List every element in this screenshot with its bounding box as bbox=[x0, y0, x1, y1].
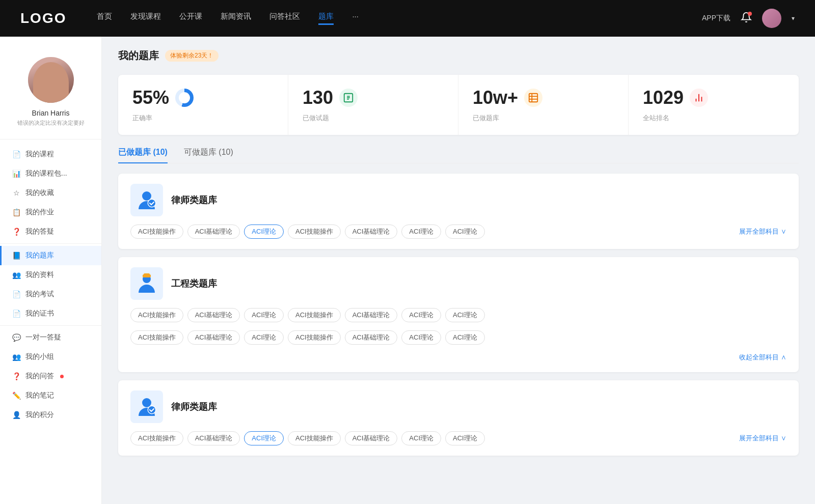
nav-link-bank[interactable]: 题库 bbox=[318, 12, 334, 25]
tag-1-4[interactable]: ACI技能操作 bbox=[288, 225, 341, 239]
stat-accuracy-label: 正确率 bbox=[132, 114, 274, 123]
svg-rect-16 bbox=[144, 273, 150, 275]
homework-icon: 📋 bbox=[12, 208, 20, 216]
tag-2-12[interactable]: ACI基础理论 bbox=[345, 330, 398, 345]
sidebar-label-my-bank: 我的题库 bbox=[25, 251, 54, 260]
bar-chart-icon bbox=[693, 92, 704, 103]
sidebar-item-my-qa[interactable]: ❓ 我的问答 bbox=[0, 367, 101, 386]
tag-2-11[interactable]: ACI技能操作 bbox=[288, 330, 341, 345]
tag-2-10[interactable]: ACI理论 bbox=[244, 330, 284, 345]
tag-3-5[interactable]: ACI基础理论 bbox=[345, 431, 398, 445]
tag-2-14[interactable]: ACI理论 bbox=[445, 330, 485, 345]
expand-link-1[interactable]: 展开全部科目 ∨ bbox=[739, 227, 786, 236]
sidebar-label-my-questions: 我的答疑 bbox=[25, 227, 54, 236]
tag-3-3-highlighted[interactable]: ACI理论 bbox=[244, 431, 284, 445]
tag-3-2[interactable]: ACI基础理论 bbox=[187, 431, 240, 445]
stat-questions-top: 130 bbox=[303, 87, 444, 108]
tag-1-5[interactable]: ACI基础理论 bbox=[345, 225, 398, 239]
tag-2-4[interactable]: ACI技能操作 bbox=[288, 308, 341, 322]
nav-link-qa[interactable]: 问答社区 bbox=[269, 12, 300, 25]
bank-card-engineer: 工程类题库 ACI技能操作 ACI基础理论 ACI理论 ACI技能操作 ACI基… bbox=[118, 257, 799, 372]
sidebar-item-homework[interactable]: 📋 我的作业 bbox=[0, 203, 101, 222]
sidebar-label-my-data: 我的资料 bbox=[25, 270, 54, 279]
certificate-icon: 📄 bbox=[12, 310, 20, 318]
nav-link-open[interactable]: 公开课 bbox=[179, 12, 202, 25]
tag-2-1[interactable]: ACI技能操作 bbox=[130, 308, 183, 322]
collapse-link-2[interactable]: 收起全部科目 ∧ bbox=[739, 353, 786, 362]
tag-3-6[interactable]: ACI理论 bbox=[401, 431, 441, 445]
sidebar-item-groups[interactable]: 👥 我的小组 bbox=[0, 347, 101, 367]
bank-list-icon bbox=[528, 92, 539, 103]
stat-banks-top: 10w+ bbox=[473, 87, 614, 108]
tag-1-2[interactable]: ACI基础理论 bbox=[187, 225, 240, 239]
nav-link-courses[interactable]: 发现课程 bbox=[130, 12, 161, 25]
stats-row: 55% 正确率 130 已做 bbox=[118, 75, 799, 135]
lawyer-svg-icon bbox=[134, 188, 159, 212]
sidebar-item-course-packs[interactable]: 📊 我的课程包... bbox=[0, 164, 101, 183]
tag-3-7[interactable]: ACI理论 bbox=[445, 431, 485, 445]
sidebar-item-certificate[interactable]: 📄 我的证书 bbox=[0, 304, 101, 323]
tag-1-3-highlighted[interactable]: ACI理论 bbox=[244, 225, 284, 239]
tab-done-banks[interactable]: 已做题库 (10) bbox=[118, 147, 168, 163]
tag-1-7[interactable]: ACI理论 bbox=[445, 225, 485, 239]
tag-2-13[interactable]: ACI理论 bbox=[401, 330, 441, 345]
stat-accuracy-top: 55% bbox=[132, 87, 274, 108]
tag-3-1[interactable]: ACI技能操作 bbox=[130, 431, 183, 445]
tag-2-5[interactable]: ACI基础理论 bbox=[345, 308, 398, 322]
notification-bell[interactable] bbox=[741, 12, 752, 25]
qa-icon: ❓ bbox=[12, 372, 20, 380]
sidebar-item-my-questions[interactable]: ❓ 我的答疑 bbox=[0, 222, 101, 241]
stat-banks-done: 10w+ 已做题库 bbox=[458, 75, 629, 135]
data-icon: 👥 bbox=[12, 271, 20, 279]
bank-title-2: 工程类题库 bbox=[171, 277, 217, 290]
sidebar-item-my-bank[interactable]: 📘 我的题库 bbox=[0, 246, 101, 265]
stat-accuracy: 55% 正确率 bbox=[118, 75, 288, 135]
bank-tags-row-2a: ACI技能操作 ACI基础理论 ACI理论 ACI技能操作 ACI基础理论 AC… bbox=[130, 308, 786, 322]
stat-accuracy-value: 55% bbox=[132, 87, 169, 108]
tag-2-9[interactable]: ACI基础理论 bbox=[187, 330, 240, 345]
tag-2-2[interactable]: ACI基础理论 bbox=[187, 308, 240, 322]
avatar-placeholder bbox=[28, 57, 74, 103]
sidebar-item-my-courses[interactable]: 📄 我的课程 bbox=[0, 145, 101, 164]
accuracy-donut-chart bbox=[175, 89, 194, 107]
nav-link-news[interactable]: 新闻资讯 bbox=[221, 12, 251, 25]
tag-2-8[interactable]: ACI技能操作 bbox=[130, 330, 183, 345]
nav-link-home[interactable]: 首页 bbox=[97, 12, 112, 25]
user-menu-chevron[interactable]: ▾ bbox=[792, 15, 795, 22]
bank-icon-engineer bbox=[130, 267, 163, 300]
sidebar-item-my-exam[interactable]: 📄 我的考试 bbox=[0, 285, 101, 304]
bank-card-header-3: 律师类题库 bbox=[130, 390, 786, 423]
sidebar-item-my-data[interactable]: 👥 我的资料 bbox=[0, 265, 101, 285]
sidebar-item-notes[interactable]: ✏️ 我的笔记 bbox=[0, 386, 101, 405]
exam-icon: 📄 bbox=[12, 290, 20, 298]
stat-banks-value: 10w+ bbox=[473, 87, 518, 108]
sidebar-divider-2 bbox=[0, 325, 101, 326]
sidebar-item-favorites[interactable]: ☆ 我的收藏 bbox=[0, 183, 101, 203]
expand-link-3[interactable]: 展开全部科目 ∨ bbox=[739, 434, 786, 443]
user-avatar-nav[interactable] bbox=[762, 9, 781, 28]
ranking-icon bbox=[690, 89, 708, 107]
lawyer-svg-icon-2 bbox=[134, 395, 159, 419]
sidebar-divider-1 bbox=[0, 243, 101, 244]
tag-1-1[interactable]: ACI技能操作 bbox=[130, 225, 183, 239]
user-profile-section: Brian Harris 错误的决定比没有决定要好 bbox=[0, 47, 101, 139]
user-avatar bbox=[28, 57, 74, 103]
tag-2-7[interactable]: ACI理论 bbox=[445, 308, 485, 322]
main-layout: Brian Harris 错误的决定比没有决定要好 📄 我的课程 📊 我的课程包… bbox=[0, 37, 815, 504]
engineer-svg-icon bbox=[134, 271, 159, 296]
stat-ranking-top: 1029 bbox=[643, 87, 784, 108]
tag-1-6[interactable]: ACI理论 bbox=[401, 225, 441, 239]
main-content: 我的题库 体验剩余23天！ 55% 正确率 130 bbox=[102, 37, 815, 504]
sidebar-label-my-courses: 我的课程 bbox=[25, 150, 54, 159]
sidebar-item-one-on-one[interactable]: 💬 一对一答疑 bbox=[0, 328, 101, 347]
sidebar-item-points[interactable]: 👤 我的积分 bbox=[0, 405, 101, 425]
tag-2-6[interactable]: ACI理论 bbox=[401, 308, 441, 322]
tab-available-banks[interactable]: 可做题库 (10) bbox=[184, 147, 233, 163]
nav-link-more[interactable]: ··· bbox=[352, 12, 359, 25]
sidebar-label-course-packs: 我的课程包... bbox=[25, 169, 67, 178]
tag-2-3[interactable]: ACI理论 bbox=[244, 308, 284, 322]
tag-3-4[interactable]: ACI技能操作 bbox=[288, 431, 341, 445]
page-title: 我的题库 bbox=[118, 49, 159, 63]
sidebar-label-favorites: 我的收藏 bbox=[25, 188, 54, 198]
app-download-button[interactable]: APP下载 bbox=[702, 14, 730, 23]
